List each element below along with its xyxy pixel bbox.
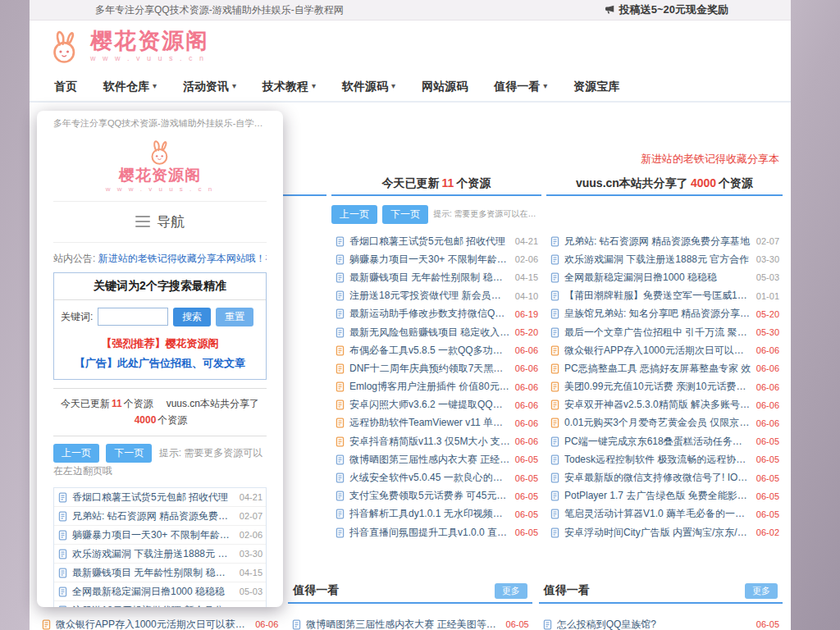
resource-item[interactable]: 微众银行APP存入1000元活期次日可以获得无 06-06 <box>546 341 783 359</box>
document-icon <box>335 290 345 301</box>
resource-item[interactable]: 抖音直播间氛围提升工具v1.0.0 直播间自动发 06-05 <box>331 523 541 541</box>
resource-item[interactable]: PC端一键完成京东618叠蛋糕活动任务工具 06-05 <box>546 432 783 450</box>
document-icon <box>550 363 560 374</box>
resource-item[interactable]: 兄弟站: 钻石资源网 精品资源免费分享基地 02-07 <box>546 232 783 250</box>
resource-item[interactable]: 火绒安全软件v5.0.45 一款良心的国产安全软件 06-05 <box>331 468 541 486</box>
resource-item[interactable]: 躺赚暴力项目一天30+ 不限制年龄抓紧上车 02-06 <box>54 526 266 545</box>
nav-item-label: 软件源码 <box>342 72 388 100</box>
resource-item[interactable]: PotPlayer 1.7 去广告绿色版 免费全能影音播 06-05 <box>546 487 783 505</box>
resource-title: DNF十二周年庆典预约领取7天黑钻 回归用户 <box>349 362 510 376</box>
resource-item[interactable]: 安卓双开神器v2.5.3.0精简版 解决多账号切换 06-06 <box>546 396 783 414</box>
worth-reading-header-2: 值得一看 更多 <box>539 579 783 604</box>
resource-item[interactable]: Todesk远程控制软件 极致流畅的远程协助工具 06-05 <box>546 450 783 468</box>
nav-toggle[interactable]: 导航 <box>53 202 267 243</box>
resource-item[interactable]: 最后一个文章广告位招租中 引千万流 聚八方 05-30 <box>546 323 783 341</box>
document-icon <box>550 491 560 501</box>
resource-title: 注册送18元零投资做代理 新会员分红拿1000 <box>349 289 510 303</box>
resource-date: 06-05 <box>515 527 538 537</box>
resource-item[interactable]: 全网最新稳定漏洞日撸1000 稳稳稳 05-03 <box>546 268 783 286</box>
nav-item[interactable]: 网站源码 ▾ <box>409 72 481 100</box>
resource-title: PC端一键完成京东618叠蛋糕活动任务工具 <box>564 435 751 449</box>
resource-item[interactable]: 最新赚钱项目 无年龄性别限制 稳定日撸300+ 04-15 <box>54 564 266 582</box>
resource-title: PC恶搞整蛊工具 恶搞好友屏幕整蛊专家 效 <box>564 362 751 376</box>
nav-item[interactable]: 技术教程 ▾ <box>249 72 329 100</box>
resource-item[interactable]: 微博晒图第三届性感内衣大赛 正经美图等你欣赏 06-05 <box>331 450 541 468</box>
nav-item-label: 资源宝库 <box>573 72 619 100</box>
resource-title: 0.01元购买3个月爱奇艺黄金会员 仅限京东白 <box>564 416 751 430</box>
list-spacer <box>546 196 783 232</box>
resource-item[interactable]: 微众银行APP存入1000元活期次日可以获得无门 06-06 <box>38 615 281 630</box>
reset-button[interactable]: 重置 <box>216 308 253 326</box>
document-icon <box>550 381 560 392</box>
next-page-button[interactable]: 下一页 <box>382 205 428 224</box>
resource-item[interactable]: Emlog博客用户注册插件 价值80元免费分享 06-06 <box>331 378 541 396</box>
resource-item[interactable]: 注册送18元零投资做代理 新会员分红拿1000 04-10 <box>54 601 266 607</box>
promo-recommend-link[interactable]: 【强烈推荐】樱花资源阁 <box>54 331 266 353</box>
resource-item[interactable]: 皇族馆兄弟站: 知名分享吧 精品资源分享基地 05-20 <box>546 305 783 323</box>
site-url: w w w . v u u s . c n <box>90 54 209 62</box>
document-icon <box>335 254 345 265</box>
site-page: 多年专注分享QQ技术资源-游戏辅助外挂娱乐-自学教程网 投稿送5~20元现金奖励 <box>30 0 791 630</box>
resource-item[interactable]: 布偶必备工具v5.8.5 一款QQ多功能工具软件 06-06 <box>331 341 541 359</box>
more-button[interactable]: 更多 <box>495 583 527 599</box>
search-button[interactable]: 搜索 <box>173 308 211 326</box>
document-icon <box>335 308 345 319</box>
more-button[interactable]: 更多 <box>745 583 778 599</box>
resource-item[interactable]: 安卓抖音精简版v11.3 仅5M大小 支持账号登录 06-06 <box>331 432 541 450</box>
resource-date: 04-10 <box>240 605 262 607</box>
site-logo[interactable]: 樱花资源阁 w w w . v u u s . c n <box>44 25 209 66</box>
document-icon <box>550 509 560 519</box>
resource-item[interactable]: 最新赚钱项目 无年龄性别限制 稳定日撸300+ 04-15 <box>331 268 541 286</box>
resource-date: 06-05 <box>756 619 779 629</box>
nav-item[interactable]: 活动资讯 ▾ <box>170 72 249 100</box>
resource-item[interactable]: DNF十二周年庆典预约领取7天黑钻 回归用户 06-06 <box>331 359 541 377</box>
resource-item[interactable]: 笔启灵活动计算器V1.0 薅羊毛必备的一款软 06-05 <box>546 505 783 523</box>
resource-item[interactable]: 注册送18元零投资做代理 新会员分红拿1000 04-10 <box>331 287 541 305</box>
document-icon <box>550 345 560 356</box>
mobile-sidebar-panel: 多年专注分享QQ技术资源-游戏辅助外挂娱乐-自学教程网 樱花资源阁 w w w … <box>37 111 283 607</box>
resource-item[interactable]: 香烟口粮薯王试货5元包邮 招收代理 04-21 <box>54 488 266 507</box>
nav-item[interactable]: 资源宝库 ▾ <box>560 72 632 100</box>
resource-title: 兄弟站: 钻石资源网 精品资源免费分享基地 <box>72 509 235 523</box>
prev-page-button[interactable]: 上一页 <box>53 444 99 463</box>
resource-item[interactable]: 欢乐游戏漏洞 下载注册送1888元 官方合作 03-30 <box>546 250 783 268</box>
resource-item[interactable]: 躺赚暴力项目一天30+ 不限制年龄抓紧上车 02-06 <box>331 250 541 268</box>
resource-item[interactable]: 最新运动助手修改步数支持微信QQ+ZFB步数 06-19 <box>331 305 541 323</box>
nav-item[interactable]: 软件源码 ▾ <box>329 72 409 100</box>
nav-item[interactable]: 首页 ▾ <box>41 72 90 100</box>
resource-item[interactable]: 安卓闪照大师v3.6.2 一键提取QQ好友发的闪照 06-06 <box>331 396 541 414</box>
resource-item[interactable]: 全网最新稳定漏洞日撸1000 稳稳稳 05-03 <box>54 582 266 601</box>
document-icon <box>335 454 345 465</box>
resource-item[interactable]: 安卓浮动时间City广告版 内置淘宝/京东/苏宁/拼 06-02 <box>546 523 783 541</box>
resource-item[interactable]: 香烟口粮薯王试货5元包邮 招收代理 04-21 <box>331 232 541 250</box>
resource-date: 02-06 <box>515 254 538 264</box>
panel-logo[interactable]: 樱花资源阁 w w w . v u u s . c n <box>53 130 267 202</box>
resource-title: 笔启灵活动计算器V1.0 薅羊毛必备的一款软 <box>564 507 751 521</box>
resource-date: 06-06 <box>756 345 779 355</box>
promo-ad-link[interactable]: 【广告】此处广告位招租、可发文章 <box>54 353 266 379</box>
next-page-button[interactable]: 下一页 <box>106 444 152 463</box>
resource-item[interactable]: 最新无风险包赔赚钱项目 稳定收入200-500元 05-20 <box>331 323 541 341</box>
document-icon <box>335 363 345 374</box>
document-icon <box>550 527 560 538</box>
resource-item[interactable]: 兄弟站: 钻石资源网 精品资源免费分享基地 02-07 <box>54 507 266 526</box>
resource-item[interactable]: 怎么投稿到QQ皇族馆? 06-05 <box>539 615 783 630</box>
resource-item[interactable]: 0.01元购买3个月爱奇艺黄金会员 仅限京东白 06-06 <box>546 414 783 432</box>
submit-reward-link[interactable]: 投稿送5~20元现金奖励 <box>604 2 728 17</box>
resource-item[interactable]: 支付宝免费领取5元话费券 可45元充值三网50 06-05 <box>331 487 541 505</box>
nav-item[interactable]: 值得一看 ▾ <box>481 72 560 100</box>
resource-item[interactable]: 远程协助软件TeamViewer v11 单文件版 方便 06-06 <box>331 414 541 432</box>
nav-item[interactable]: 软件仓库 ▾ <box>90 72 170 100</box>
resource-item[interactable]: 欢乐游戏漏洞 下载注册送1888元 官方合作 03-30 <box>54 545 266 564</box>
today-pager: 上一页 下一页 提示: 需要更多资源可以在左边翻页哦 <box>331 196 541 232</box>
resource-item[interactable]: 【莆田潮牌鞋服】免费送空军一号匡威1970s 01-01 <box>546 287 783 305</box>
prev-page-button[interactable]: 上一页 <box>331 205 377 224</box>
resource-date: 06-06 <box>756 400 779 410</box>
keyword-input[interactable] <box>98 308 168 326</box>
resource-item[interactable]: 美团0.99元充值10元话费 亲测10元话费秒到 06-06 <box>546 378 783 396</box>
resource-item[interactable]: 安卓最新版的微信支持修改微信号了! IOS版 06-05 <box>546 468 783 486</box>
resource-item[interactable]: PC恶搞整蛊工具 恶搞好友屏幕整蛊专家 效 06-06 <box>546 359 783 377</box>
resource-title: 安卓浮动时间City广告版 内置淘宝/京东/苏宁/拼 <box>564 526 751 540</box>
resource-item[interactable]: 微博晒图第三届性感内衣大赛 正经美图等你欣赏 06-05 <box>288 615 532 630</box>
resource-item[interactable]: 抖音解析工具dy1.0.1 无水印视频一键解析软件 06-05 <box>331 505 541 523</box>
